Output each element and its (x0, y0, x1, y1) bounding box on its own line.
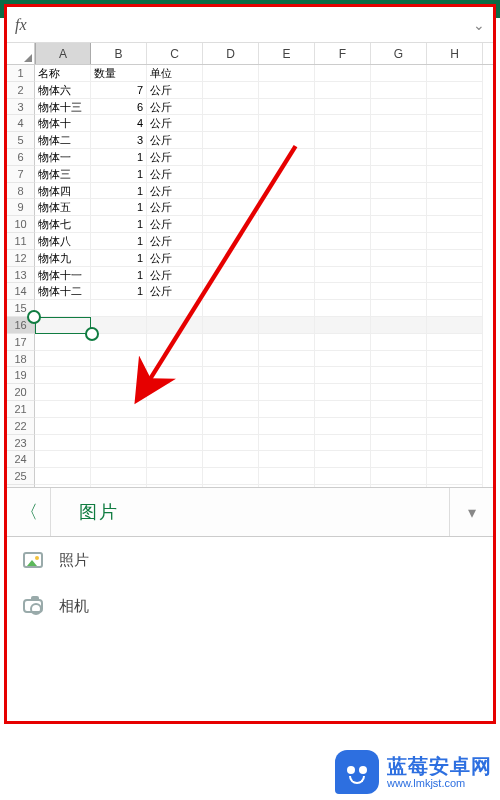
cell[interactable] (35, 401, 91, 418)
cell[interactable] (315, 115, 371, 132)
cell[interactable] (203, 115, 259, 132)
cell[interactable] (427, 334, 483, 351)
cell[interactable] (315, 367, 371, 384)
row-header[interactable]: 23 (7, 435, 35, 452)
row-header[interactable]: 3 (7, 99, 35, 116)
row-header[interactable]: 1 (7, 65, 35, 82)
cell[interactable] (427, 65, 483, 82)
cell[interactable] (203, 233, 259, 250)
cell[interactable]: 公斤 (147, 99, 203, 116)
cell[interactable]: 物体四 (35, 183, 91, 200)
cell[interactable] (91, 451, 147, 468)
cell[interactable]: 1 (91, 166, 147, 183)
cell[interactable] (315, 99, 371, 116)
cell[interactable] (315, 300, 371, 317)
cell[interactable] (371, 149, 427, 166)
cell[interactable]: 物体十二 (35, 283, 91, 300)
cell[interactable] (371, 334, 427, 351)
cell[interactable] (259, 367, 315, 384)
cell[interactable] (371, 435, 427, 452)
cell[interactable] (427, 367, 483, 384)
cell[interactable]: 物体六 (35, 82, 91, 99)
cell[interactable] (315, 82, 371, 99)
cell[interactable] (259, 401, 315, 418)
cell[interactable] (203, 99, 259, 116)
cell[interactable] (147, 317, 203, 334)
cell[interactable] (203, 468, 259, 485)
cell[interactable]: 1 (91, 267, 147, 284)
column-header-C[interactable]: C (147, 43, 203, 64)
cell[interactable] (315, 283, 371, 300)
cell[interactable] (259, 132, 315, 149)
row-header[interactable]: 9 (7, 199, 35, 216)
spreadsheet-grid[interactable]: 1名称数量单位2物体六7公斤3物体十三6公斤4物体十4公斤5物体二3公斤6物体一… (7, 65, 493, 502)
cell[interactable] (371, 317, 427, 334)
cell[interactable] (427, 199, 483, 216)
cell[interactable] (203, 401, 259, 418)
cell[interactable] (427, 283, 483, 300)
cell[interactable] (259, 82, 315, 99)
cell[interactable] (147, 351, 203, 368)
cell[interactable] (259, 183, 315, 200)
cell[interactable] (427, 99, 483, 116)
cell[interactable] (35, 451, 91, 468)
row-header[interactable]: 20 (7, 384, 35, 401)
cell[interactable]: 7 (91, 82, 147, 99)
row-header[interactable]: 22 (7, 418, 35, 435)
cell[interactable]: 数量 (91, 65, 147, 82)
row-header[interactable]: 19 (7, 367, 35, 384)
row-header[interactable]: 4 (7, 115, 35, 132)
cell[interactable]: 公斤 (147, 250, 203, 267)
cell[interactable] (259, 65, 315, 82)
row-header[interactable]: 12 (7, 250, 35, 267)
cell[interactable] (203, 216, 259, 233)
cell[interactable] (147, 451, 203, 468)
cell[interactable] (259, 250, 315, 267)
cell[interactable] (203, 267, 259, 284)
cell[interactable]: 物体七 (35, 216, 91, 233)
cell[interactable] (91, 300, 147, 317)
column-header-F[interactable]: F (315, 43, 371, 64)
cell[interactable] (259, 166, 315, 183)
cell[interactable] (315, 384, 371, 401)
cell[interactable] (371, 99, 427, 116)
cell[interactable] (35, 384, 91, 401)
cell[interactable] (371, 418, 427, 435)
cell[interactable] (315, 401, 371, 418)
cell[interactable]: 4 (91, 115, 147, 132)
cell[interactable]: 单位 (147, 65, 203, 82)
cell[interactable] (259, 317, 315, 334)
cell[interactable] (315, 149, 371, 166)
cell[interactable] (315, 199, 371, 216)
cell[interactable] (315, 132, 371, 149)
cell[interactable] (203, 351, 259, 368)
cell[interactable]: 1 (91, 216, 147, 233)
cell[interactable] (315, 418, 371, 435)
row-header[interactable]: 21 (7, 401, 35, 418)
cell[interactable] (203, 65, 259, 82)
cell[interactable]: 物体十三 (35, 99, 91, 116)
cell[interactable] (35, 351, 91, 368)
row-header[interactable]: 17 (7, 334, 35, 351)
cell[interactable] (35, 468, 91, 485)
cell[interactable] (147, 401, 203, 418)
cell[interactable] (427, 435, 483, 452)
cell[interactable] (259, 351, 315, 368)
cell[interactable] (315, 451, 371, 468)
cell[interactable] (203, 300, 259, 317)
menu-item-camera[interactable]: 相机 (7, 583, 493, 629)
cell[interactable] (371, 451, 427, 468)
row-header[interactable]: 8 (7, 183, 35, 200)
cell[interactable]: 公斤 (147, 166, 203, 183)
cell[interactable] (371, 468, 427, 485)
cell[interactable]: 物体十一 (35, 267, 91, 284)
cell[interactable]: 物体十 (35, 115, 91, 132)
cell[interactable] (371, 283, 427, 300)
cell[interactable] (315, 233, 371, 250)
cell[interactable] (203, 283, 259, 300)
cell[interactable] (203, 435, 259, 452)
cell[interactable] (371, 233, 427, 250)
cell[interactable]: 1 (91, 149, 147, 166)
cell[interactable] (35, 300, 91, 317)
cell[interactable] (91, 384, 147, 401)
